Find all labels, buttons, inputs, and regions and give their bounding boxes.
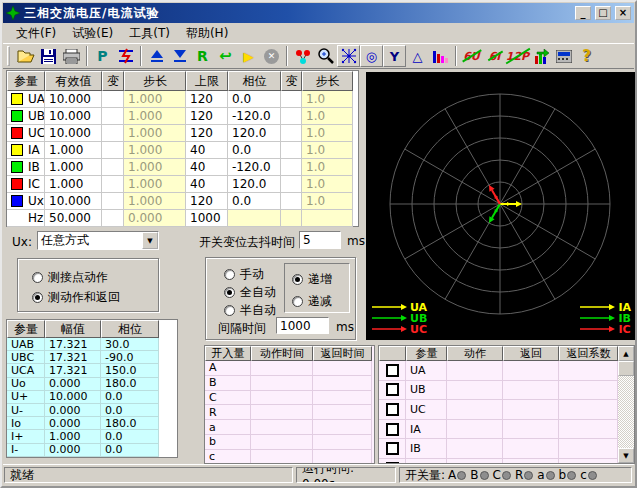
- return-time-cell[interactable]: [313, 420, 372, 435]
- step-cell[interactable]: 1.000: [124, 176, 186, 193]
- action-time-cell[interactable]: [251, 391, 313, 406]
- vary-cell[interactable]: [102, 91, 124, 108]
- action-time-cell[interactable]: [251, 420, 313, 435]
- rays-view-button[interactable]: [337, 45, 360, 67]
- scroll-down-icon[interactable]: ▼: [618, 448, 634, 463]
- action-row-name[interactable]: IA: [406, 420, 447, 440]
- return-time-cell[interactable]: [313, 391, 372, 406]
- bar-chart-button[interactable]: [429, 45, 452, 67]
- scroll-up-icon[interactable]: ▲: [618, 346, 634, 361]
- radio-semi-auto[interactable]: [224, 305, 235, 316]
- vary-cell[interactable]: [102, 159, 124, 176]
- row-checkbox[interactable]: [386, 364, 399, 377]
- limit-cell[interactable]: 40: [186, 159, 228, 176]
- step-cell[interactable]: 1.000: [124, 91, 186, 108]
- step-cell[interactable]: 1.000: [124, 125, 186, 142]
- lower-button[interactable]: [168, 45, 191, 67]
- step-cell[interactable]: 1.000: [124, 108, 186, 125]
- phase-cell[interactable]: 0.0: [228, 91, 281, 108]
- action-time-cell[interactable]: [251, 376, 313, 391]
- interval-input[interactable]: [276, 317, 329, 334]
- return-cell[interactable]: [503, 439, 559, 459]
- row-checkbox[interactable]: [386, 403, 399, 416]
- menu-tools[interactable]: 工具(T): [121, 22, 178, 45]
- print-button[interactable]: [60, 45, 83, 67]
- vary2-cell[interactable]: [281, 142, 302, 159]
- step-cell[interactable]: 0.000: [124, 210, 186, 227]
- vary-cell[interactable]: [102, 193, 124, 210]
- step2-cell[interactable]: 1.0: [302, 108, 353, 125]
- rms-cell[interactable]: 10.000: [45, 91, 102, 108]
- step-cell[interactable]: 1.000: [124, 142, 186, 159]
- menu-help[interactable]: 帮助(H): [178, 22, 236, 45]
- radio-action-return[interactable]: [32, 292, 43, 303]
- return-coef-cell[interactable]: [559, 400, 618, 420]
- radio-full-auto[interactable]: [224, 287, 235, 298]
- vary-cell[interactable]: [102, 125, 124, 142]
- raise-button[interactable]: [145, 45, 168, 67]
- vary2-cell[interactable]: [281, 210, 302, 227]
- action-row-name[interactable]: IB: [406, 439, 447, 459]
- input-row-name[interactable]: A: [205, 361, 251, 376]
- return-time-cell[interactable]: [313, 405, 372, 420]
- step2-cell[interactable]: 1.0: [302, 142, 353, 159]
- rms-cell[interactable]: 50.000: [45, 210, 102, 227]
- limit-cell[interactable]: 40: [186, 142, 228, 159]
- action-row-name[interactable]: UB: [406, 381, 447, 401]
- action-time-cell[interactable]: [251, 405, 313, 420]
- limit-cell[interactable]: 120: [186, 125, 228, 142]
- six-u-button[interactable]: 6U: [460, 45, 483, 67]
- limit-cell[interactable]: 120: [186, 108, 228, 125]
- rms-cell[interactable]: 1.000: [45, 176, 102, 193]
- rms-cell[interactable]: 1.000: [45, 142, 102, 159]
- rms-cell[interactable]: 10.000: [45, 193, 102, 210]
- menu-file[interactable]: 文件(F): [8, 22, 64, 45]
- action-cell[interactable]: [447, 381, 503, 401]
- action-cell[interactable]: [447, 420, 503, 440]
- action-time-cell[interactable]: [251, 361, 313, 376]
- input-row-name[interactable]: R: [205, 405, 251, 420]
- input-row-name[interactable]: a: [205, 420, 251, 435]
- step2-cell[interactable]: 1.0: [302, 125, 353, 142]
- input-row-name[interactable]: b: [205, 435, 251, 450]
- vary2-cell[interactable]: [281, 91, 302, 108]
- save-button[interactable]: [37, 45, 60, 67]
- input-row-name[interactable]: C: [205, 391, 251, 406]
- toolbar-grip[interactable]: [7, 46, 10, 66]
- return-cell[interactable]: [503, 381, 559, 401]
- connection-button[interactable]: [291, 45, 314, 67]
- scrollbar[interactable]: ▲ ▼: [618, 346, 634, 463]
- zoom-button[interactable]: [314, 45, 337, 67]
- return-cell[interactable]: [503, 400, 559, 420]
- twelve-p-button[interactable]: 12P: [506, 45, 529, 67]
- radio-decrease[interactable]: [292, 296, 303, 307]
- phase-cell[interactable]: 0.0: [228, 142, 281, 159]
- minimize-button[interactable]: _: [575, 6, 591, 20]
- return-time-cell[interactable]: [313, 435, 372, 450]
- step2-cell[interactable]: 1.0: [302, 159, 353, 176]
- close-button[interactable]: ×: [615, 6, 631, 20]
- return-time-cell[interactable]: [313, 376, 372, 391]
- vary2-cell[interactable]: [281, 193, 302, 210]
- step-cell[interactable]: 1.000: [124, 193, 186, 210]
- input-row-name[interactable]: B: [205, 376, 251, 391]
- row-checkbox[interactable]: [386, 383, 399, 396]
- phase-cell[interactable]: -120.0: [228, 108, 281, 125]
- scrollbar-thumb[interactable]: [618, 361, 634, 376]
- debounce-input[interactable]: [299, 231, 341, 249]
- circles-view-button[interactable]: ◎: [360, 45, 383, 67]
- limit-cell[interactable]: 1000: [186, 210, 228, 227]
- maximize-button[interactable]: □: [595, 6, 611, 20]
- row-checkbox[interactable]: [386, 442, 399, 455]
- limit-cell[interactable]: 120: [186, 193, 228, 210]
- action-row-name[interactable]: UC: [406, 400, 447, 420]
- action-cell[interactable]: [447, 400, 503, 420]
- return-cell[interactable]: [503, 361, 559, 381]
- radio-contact-action[interactable]: [32, 272, 43, 283]
- p-mode-button[interactable]: P: [91, 45, 114, 67]
- phase-cell[interactable]: 0.0: [228, 193, 281, 210]
- action-cell[interactable]: [447, 361, 503, 381]
- vary2-cell[interactable]: [281, 176, 302, 193]
- phase-cell[interactable]: -120.0: [228, 159, 281, 176]
- vary-cell[interactable]: [102, 176, 124, 193]
